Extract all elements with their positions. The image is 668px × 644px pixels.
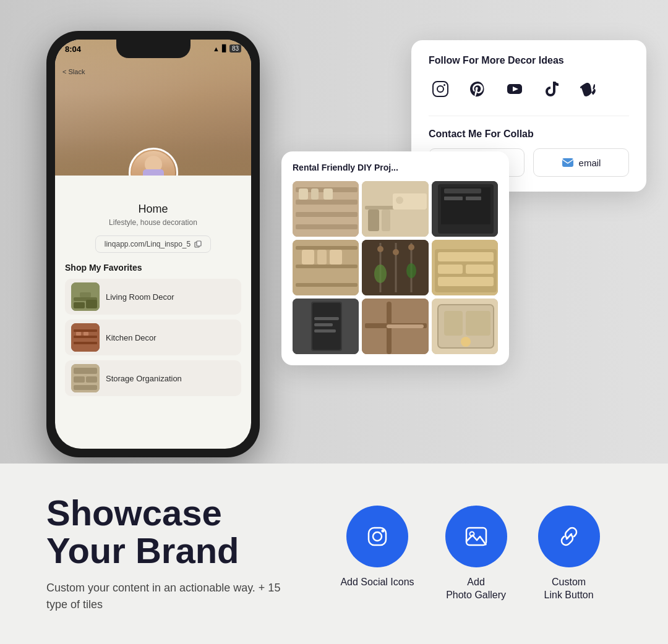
svg-rect-72: [438, 277, 494, 286]
svg-rect-20: [74, 385, 97, 390]
email-icon: [562, 158, 574, 167]
add-social-icons-button[interactable]: [346, 506, 408, 567]
svg-rect-53: [296, 265, 358, 268]
svg-rect-49: [444, 197, 463, 200]
showcase-title: Showcase Your Brand: [46, 494, 281, 570]
svg-rect-54: [296, 283, 358, 287]
svg-rect-85: [444, 311, 463, 336]
battery-icon: ▊: [222, 44, 227, 53]
gallery-title: Rental Friendly DIY Proj...: [293, 163, 498, 172]
showcase-subtitle: Custom your content in an actionable way…: [46, 580, 281, 613]
svg-rect-8: [86, 300, 97, 308]
svg-rect-42: [382, 210, 390, 231]
list-item-kitchen[interactable]: Kitchen Decor: [65, 320, 241, 355]
gallery-panel: Rental Friendly DIY Proj...: [281, 151, 509, 365]
gallery-cell-8[interactable]: [362, 299, 428, 354]
svg-point-23: [443, 84, 445, 86]
list-item-storage[interactable]: Storage Organization: [65, 360, 241, 396]
favorites-list: Living Room Decor: [65, 279, 241, 396]
svg-rect-4: [197, 241, 201, 246]
gallery-cell-3[interactable]: [432, 181, 498, 237]
kitchen-label: Kitchen Decor: [106, 333, 156, 342]
svg-point-87: [461, 337, 471, 347]
svg-rect-21: [433, 82, 448, 96]
svg-rect-33: [296, 200, 358, 205]
svg-rect-48: [444, 189, 481, 193]
svg-point-66: [406, 263, 416, 278]
svg-rect-9: [80, 292, 91, 297]
gallery-cell-2[interactable]: [362, 181, 428, 237]
svg-rect-76: [314, 317, 339, 320]
vimeo-icon[interactable]: [577, 77, 601, 101]
svg-rect-56: [317, 250, 327, 265]
storage-label: Storage Organization: [106, 374, 182, 383]
living-room-thumb: [71, 282, 100, 311]
svg-rect-86: [466, 311, 490, 336]
custom-link-button[interactable]: [538, 506, 600, 567]
svg-rect-78: [314, 329, 336, 333]
photo-gallery-feature-icon: [463, 523, 490, 550]
email-button[interactable]: email: [533, 148, 629, 177]
svg-point-62: [377, 246, 383, 252]
feature-social-icons: Add Social Icons: [340, 506, 414, 589]
phone-content: Home Lifestyle, house decoration linqapp…: [55, 176, 251, 406]
profile-avatar: [129, 148, 178, 176]
svg-rect-70: [438, 265, 463, 274]
tiktok-icon[interactable]: [540, 77, 563, 101]
panel-divider: [429, 116, 629, 116]
svg-rect-77: [314, 323, 333, 326]
profile-name: Home: [138, 203, 168, 216]
svg-rect-11: [74, 329, 97, 332]
bottom-text: Showcase Your Brand Custom your content …: [46, 494, 281, 613]
svg-rect-41: [368, 210, 379, 231]
instagram-icon[interactable]: [429, 77, 452, 101]
svg-rect-50: [466, 197, 481, 200]
notification-badge: 83: [229, 44, 241, 53]
svg-rect-30: [562, 158, 573, 167]
phone-screen: 8:04 ▲ ▊ 83 < Slack: [55, 40, 251, 449]
social-panel-title: Follow For More Decor Ideas: [429, 55, 629, 66]
gallery-cell-7[interactable]: [293, 299, 359, 354]
svg-rect-36: [299, 189, 308, 200]
svg-rect-52: [296, 246, 358, 250]
list-item-living-room[interactable]: Living Room Decor: [65, 279, 241, 315]
gallery-cell-4[interactable]: [293, 240, 359, 295]
gallery-cell-6[interactable]: [432, 240, 498, 295]
feature-gallery-label: AddPhoto Gallery: [446, 576, 506, 602]
kitchen-thumb: [71, 323, 100, 352]
svg-rect-38: [323, 189, 333, 200]
svg-rect-17: [74, 368, 97, 374]
svg-rect-2: [143, 169, 164, 176]
svg-point-63: [393, 249, 399, 255]
svg-rect-69: [438, 252, 494, 261]
showcase-line2: Your Brand: [46, 530, 239, 570]
svg-rect-18: [74, 376, 85, 383]
svg-rect-12: [74, 336, 97, 338]
contact-title: Contact Me For Collab: [429, 129, 629, 140]
svg-point-22: [437, 86, 443, 92]
copy-icon: [194, 240, 202, 248]
profile-link[interactable]: linqapp.com/Linq_inspo_5: [95, 235, 211, 253]
youtube-icon[interactable]: [503, 77, 526, 101]
svg-rect-91: [466, 528, 486, 545]
feature-link-label: CustomLink Button: [544, 576, 594, 602]
gallery-cell-5[interactable]: [362, 240, 428, 295]
phone-time: 8:04: [65, 44, 81, 54]
gallery-cell-9[interactable]: [432, 299, 498, 354]
email-button-label: email: [579, 158, 601, 168]
back-button[interactable]: < Slack: [62, 68, 85, 75]
svg-rect-57: [330, 250, 342, 265]
phone-notch: [116, 40, 191, 58]
svg-rect-14: [76, 332, 81, 336]
pinterest-icon[interactable]: [466, 77, 489, 101]
gallery-cell-1[interactable]: [293, 181, 359, 237]
wifi-icon: ▲: [213, 45, 220, 53]
svg-rect-44: [396, 197, 403, 204]
phone-status-icons: ▲ ▊ 83: [213, 44, 241, 53]
svg-rect-15: [84, 332, 88, 336]
bottom-section: Showcase Your Brand Custom your content …: [0, 464, 668, 644]
svg-rect-35: [296, 224, 358, 229]
social-icons-row: [429, 77, 629, 101]
link-text: linqapp.com/Linq_inspo_5: [105, 240, 191, 248]
add-photo-gallery-button[interactable]: [445, 506, 507, 567]
